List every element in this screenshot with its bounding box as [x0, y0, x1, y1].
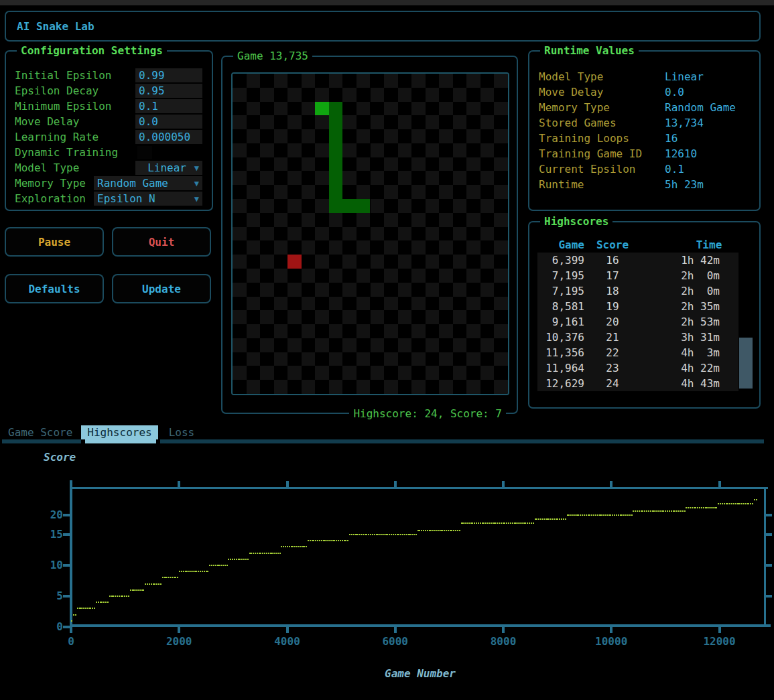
board-cell — [453, 269, 467, 283]
config-label-epsilon-decay: Epsilon Decay — [15, 83, 99, 98]
board-cell — [398, 74, 412, 88]
board-cell — [453, 227, 467, 241]
board-cell — [302, 240, 316, 255]
highscores-table[interactable]: 6,399161h 42m7,195172h 0m7,195182h 0m8,5… — [537, 253, 738, 391]
config-input-move-delay[interactable]: 0.0 — [135, 115, 202, 129]
board-cell — [315, 240, 329, 255]
chart-data-dot — [75, 614, 76, 616]
chart-data-dot — [529, 522, 530, 524]
config-checkbox-dynamic-training[interactable] — [137, 146, 152, 159]
board-cell — [480, 352, 495, 366]
chart-data-dot — [181, 571, 182, 572]
board-cell — [494, 380, 508, 394]
chart-data-dot — [531, 522, 532, 524]
board-cell — [384, 143, 398, 157]
board-cell — [274, 213, 288, 227]
config-select-exploration[interactable]: Epsilon N▼ — [94, 192, 202, 206]
chart-data-dot — [597, 514, 598, 516]
tab-highscores[interactable]: Highscores — [81, 425, 157, 439]
chart-data-dot — [308, 540, 309, 541]
board-cell — [426, 324, 440, 338]
chart-data-dot — [370, 534, 371, 535]
board-cell — [371, 115, 385, 129]
chart-data-dot — [472, 522, 473, 524]
quit-button[interactable]: Quit — [112, 227, 211, 257]
board-cell — [371, 157, 385, 171]
chart-data-dot — [315, 540, 316, 541]
chart-data-dot — [294, 546, 296, 547]
board-cell — [287, 102, 302, 116]
pause-button[interactable]: Pause — [5, 227, 104, 257]
board-cell — [315, 213, 329, 227]
board-cell — [315, 324, 329, 338]
config-input-initial-epsilon[interactable]: 0.99 — [135, 68, 202, 82]
runtime-row-training-game-id: Training Game ID12610 — [529, 146, 759, 161]
snake-body-segment — [329, 102, 343, 116]
chart-data-dot — [578, 514, 579, 516]
config-select-model-type[interactable]: Linear▼ — [135, 161, 202, 175]
config-input-value-initial-epsilon: 0.99 — [139, 68, 165, 82]
tab-loss[interactable]: Loss — [169, 425, 195, 439]
highscores-scrollbar-thumb[interactable] — [739, 338, 753, 389]
board-cell — [466, 199, 480, 213]
board-cell — [494, 129, 508, 143]
board-cell — [247, 352, 261, 366]
chart-data-dot — [117, 596, 118, 597]
chart-data-dot — [540, 518, 541, 520]
chart-data-dot — [243, 559, 245, 560]
board-cell — [384, 102, 398, 116]
x-tick-label: 12000 — [693, 634, 747, 649]
chart-data-dot — [682, 510, 684, 512]
board-cell — [453, 352, 467, 366]
chart-data-dot — [591, 514, 592, 516]
y-tick — [63, 626, 70, 628]
update-button[interactable]: Update — [112, 274, 211, 303]
board-cell — [384, 199, 398, 213]
chart-data-dot — [652, 510, 653, 512]
runtime-label-stored-games: Stored Games — [539, 115, 617, 131]
config-input-learning-rate[interactable]: 0.000050 — [135, 130, 202, 144]
chart-data-dot — [589, 514, 590, 516]
chart-data-dot — [629, 514, 631, 516]
board-cell — [342, 171, 357, 185]
tab-game-score[interactable]: Game Score — [8, 425, 72, 439]
board-cell — [342, 74, 357, 88]
chart-data-dot — [241, 559, 243, 560]
chart-data-dot — [495, 522, 496, 524]
chart-data-dot — [491, 522, 493, 524]
chart-data-dot — [80, 608, 82, 609]
chart-data-dot — [731, 503, 732, 504]
config-select-memory-type[interactable]: Random Game▼ — [94, 176, 202, 190]
board-cell — [494, 240, 508, 255]
board-cell — [247, 227, 261, 241]
board-cell — [274, 352, 288, 366]
chart-data-dot — [381, 534, 383, 535]
defaults-button[interactable]: Defaults — [5, 274, 104, 303]
chart-data-dot — [71, 620, 72, 622]
y-tick-right — [765, 564, 772, 567]
config-panel: Configuration Settings Initial Epsilon0.… — [5, 50, 213, 211]
board-cell — [426, 227, 440, 241]
board-cell — [302, 171, 316, 185]
config-input-epsilon-decay[interactable]: 0.95 — [135, 84, 202, 98]
chart-data-dot — [453, 530, 454, 531]
chart-data-dot — [429, 530, 430, 531]
chart-data-dot — [466, 522, 468, 524]
config-input-minimum-epsilon[interactable]: 0.1 — [135, 99, 202, 113]
chart-data-dot — [748, 503, 749, 504]
highscore-score: 19 — [594, 299, 631, 314]
chart-data-dot — [506, 522, 507, 524]
y-axis-line — [70, 480, 72, 630]
chart-data-dot — [655, 510, 657, 512]
highscore-score: 21 — [594, 330, 631, 345]
board-cell — [494, 366, 508, 380]
chart-data-dot — [417, 530, 419, 531]
chart-data-dot — [657, 510, 659, 512]
chart-data-dot — [574, 514, 576, 516]
y-tick — [63, 564, 70, 567]
runtime-label-training-loops: Training Loops — [539, 131, 629, 146]
board-cell — [315, 283, 329, 297]
chart-data-dot — [281, 546, 282, 547]
board-cell — [398, 366, 412, 380]
chart-data-dot — [224, 565, 226, 566]
